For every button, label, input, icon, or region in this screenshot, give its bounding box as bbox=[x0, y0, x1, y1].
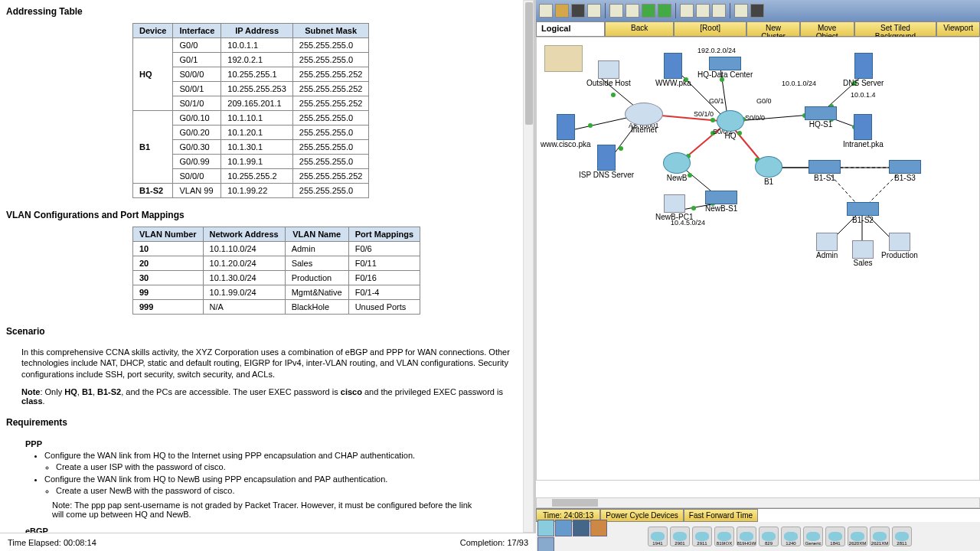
node-sales[interactable]: Sales bbox=[852, 240, 874, 267]
node-b1[interactable]: B1 bbox=[755, 156, 782, 186]
device-model-Generic[interactable]: Generic bbox=[803, 527, 823, 546]
topology-hscrollbar[interactable] bbox=[536, 497, 980, 508]
iface-label: G0/0 bbox=[756, 97, 772, 105]
requirements-title: Requirements bbox=[6, 417, 528, 428]
ppp-heading: PPP bbox=[25, 439, 512, 448]
node-newb[interactable]: NewB bbox=[663, 152, 691, 182]
device-model-2901[interactable]: 2901 bbox=[670, 527, 690, 546]
device-model-829[interactable]: 829 bbox=[759, 527, 779, 546]
net-label: 192.0.2.0/24 bbox=[697, 47, 736, 54]
node-newb-s1[interactable]: NewB-S1 bbox=[705, 191, 737, 213]
device-category-switch[interactable] bbox=[555, 520, 572, 536]
node-hq-s1[interactable]: HQ-S1 bbox=[805, 106, 837, 129]
device-model-1841[interactable]: 1841 bbox=[825, 527, 845, 546]
node-isp-dns[interactable]: ISP DNS Server bbox=[579, 145, 634, 179]
device-model-2620XM[interactable]: 2620XM bbox=[848, 527, 867, 546]
svg-point-21 bbox=[611, 93, 616, 97]
node-b1-s2[interactable]: B1-S2 bbox=[847, 202, 879, 224]
node-admin[interactable]: Admin bbox=[816, 233, 838, 259]
node-production[interactable]: Production bbox=[881, 233, 918, 259]
copy-icon[interactable] bbox=[609, 4, 623, 18]
status-bar: Time Elapsed: 00:08:14 Completion: 17/93 bbox=[0, 533, 536, 551]
logical-tab[interactable]: Logical bbox=[536, 21, 605, 37]
device-category-hub[interactable] bbox=[573, 520, 590, 536]
node-b1-s3[interactable]: B1-S3 bbox=[889, 160, 921, 182]
device-category-router[interactable] bbox=[537, 520, 554, 536]
iface-label: S0/0/0 bbox=[745, 114, 765, 122]
viewport-button[interactable]: Viewport bbox=[936, 21, 980, 37]
tiled-bg-button[interactable]: Set Tiled Background bbox=[854, 21, 937, 37]
vlan-table: VLAN Number Network Address VLAN Name Po… bbox=[132, 227, 420, 315]
device-model-2621XM[interactable]: 2621XM bbox=[870, 527, 890, 546]
zoom-reset-icon[interactable] bbox=[696, 4, 710, 18]
packet-tracer-pane: Logical Back [Root] New Cluster Move Obj… bbox=[536, 0, 980, 551]
ppp-note: Note: The ppp pap sent-username is not g… bbox=[21, 497, 512, 523]
vlan-title: VLAN Configurations and Port Mappings bbox=[6, 210, 528, 220]
new-icon[interactable] bbox=[539, 4, 553, 18]
print-icon[interactable] bbox=[587, 4, 601, 18]
back-button[interactable]: Back bbox=[605, 21, 674, 37]
scenario-text: In this comprehensive CCNA skills activi… bbox=[6, 343, 528, 383]
node-newb-pc1[interactable]: NewB-PC1 bbox=[655, 194, 693, 221]
device-model-819IOX[interactable]: 819IOX bbox=[714, 527, 734, 546]
instructions-pane: Addressing Table Device Interface IP Add… bbox=[0, 0, 536, 533]
nav-bar: Logical Back [Root] New Cluster Move Obj… bbox=[536, 21, 980, 37]
left-scrollbar[interactable] bbox=[523, 0, 534, 533]
new-cluster-button[interactable]: New Cluster bbox=[746, 21, 799, 37]
fast-forward-button[interactable]: Fast Forward Time bbox=[684, 509, 758, 522]
node-www-cisco[interactable]: www.cisco.pka bbox=[541, 114, 591, 148]
iface-label: G0/1 bbox=[709, 97, 724, 105]
logical-hierarchy-icon[interactable] bbox=[544, 45, 583, 72]
undo-icon[interactable] bbox=[642, 4, 655, 18]
node-b1-s1[interactable]: B1-S1 bbox=[808, 160, 841, 182]
device-model-1941[interactable]: 1941 bbox=[648, 527, 668, 546]
net-label: 10.0.1.0/24 bbox=[782, 80, 816, 87]
device-palette: 194129012911819IOX819HGW8291240Generic18… bbox=[536, 522, 980, 551]
topology-canvas[interactable]: 192.0.2.0/24 10.0.1.0/24 10.4.5.0/24 10.… bbox=[536, 37, 980, 481]
device-category-connection[interactable] bbox=[537, 537, 554, 552]
main-toolbar bbox=[536, 0, 980, 21]
redo-icon[interactable] bbox=[658, 4, 671, 18]
scenario-title: Scenario bbox=[6, 326, 528, 337]
iface-label: S0/1/0 bbox=[694, 110, 714, 118]
palette-icon[interactable] bbox=[734, 4, 748, 18]
node-hq-dc[interactable]: HQ-Data Center bbox=[697, 57, 753, 79]
zoom-in-icon[interactable] bbox=[680, 4, 694, 18]
ebgp-heading: eBGP bbox=[25, 527, 512, 533]
node-www-pka[interactable]: WWW.pka bbox=[655, 53, 691, 87]
ip-label: 10.0.1.4 bbox=[851, 91, 876, 99]
move-object-button[interactable]: Move Object bbox=[800, 21, 854, 37]
root-button[interactable]: [Root] bbox=[674, 21, 746, 37]
node-internet[interactable]: Internet bbox=[625, 103, 663, 134]
zoom-out-icon[interactable] bbox=[712, 4, 726, 18]
node-outside-host[interactable]: Outside Host bbox=[586, 60, 631, 87]
svg-point-26 bbox=[710, 118, 715, 122]
device-model-2811[interactable]: 2811 bbox=[892, 527, 912, 546]
addressing-table: Device Interface IP Address Subnet Mask … bbox=[132, 23, 369, 198]
ppp-list: Configure the WAN link from HQ to the In… bbox=[44, 450, 512, 497]
node-hq[interactable]: HQ bbox=[717, 110, 744, 140]
custom-icon[interactable] bbox=[750, 4, 764, 18]
device-model-2911[interactable]: 2911 bbox=[692, 527, 712, 546]
addressing-title: Addressing Table bbox=[6, 6, 528, 17]
node-dns-server[interactable]: DNS Server bbox=[843, 53, 884, 87]
time-elapsed: Time Elapsed: 00:08:14 bbox=[8, 538, 96, 547]
paste-icon[interactable] bbox=[626, 4, 639, 18]
device-model-819HGW[interactable]: 819HGW bbox=[737, 527, 756, 546]
completion: Completion: 17/93 bbox=[460, 538, 528, 547]
save-icon[interactable] bbox=[571, 4, 585, 18]
node-intranet[interactable]: Intranet.pka bbox=[843, 114, 884, 148]
scenario-note: Note: Only HQ, B1, B1-S2, and the PCs ar… bbox=[6, 383, 528, 409]
device-category-wireless[interactable] bbox=[590, 520, 607, 536]
open-icon[interactable] bbox=[555, 4, 569, 18]
device-model-1240[interactable]: 1240 bbox=[781, 527, 801, 546]
